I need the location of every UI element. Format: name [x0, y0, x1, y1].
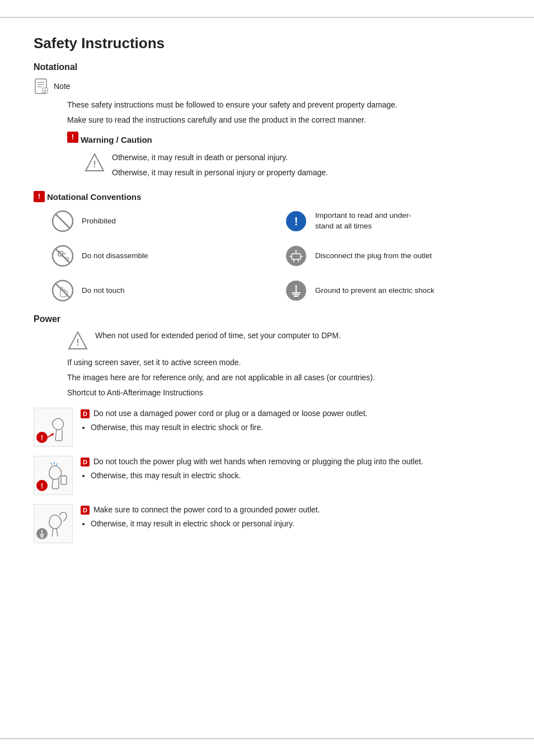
convention-disconnect: 6 Disconnect the plug from the outlet — [284, 244, 500, 268]
svg-rect-44 — [61, 476, 67, 484]
ground-icon — [284, 278, 308, 303]
warning-text1: Otherwise, it may result in death or per… — [112, 152, 500, 164]
warning-exclaim-icon: ! — [67, 132, 78, 143]
svg-text:!: ! — [294, 215, 298, 227]
ground-label: Ground to prevent an electric shock — [315, 286, 434, 296]
touch-label: Do not touch — [82, 286, 125, 296]
svg-text:!: ! — [41, 434, 43, 442]
power-item3-bullet: Otherwise, it may result in electric sho… — [91, 518, 500, 530]
disassemble-icon — [50, 244, 75, 268]
prohibited-label: Prohibited — [82, 216, 116, 227]
power-item-1: ! D Do not use a damaged power cord or p… — [34, 408, 500, 447]
power-text-block-2: D Do not touch the power plug with wet h… — [81, 456, 500, 483]
warning-caution-label: Warning / Caution — [81, 132, 152, 148]
convention-disassemble: Do not disassemble — [50, 244, 267, 268]
svg-line-42 — [57, 463, 58, 465]
power-item2-icon: D — [81, 458, 90, 466]
convention-ground: Ground to prevent an electric shock — [284, 278, 500, 303]
power-text2: If using screen saver, set it to active … — [67, 357, 500, 368]
svg-text:!: ! — [93, 160, 96, 169]
conventions-title-row: ! Notational Conventions — [34, 191, 500, 202]
note-row: Note — [34, 78, 500, 95]
power-item3-main: D Make sure to connect the power cord to… — [81, 504, 500, 516]
note-label: Note — [54, 82, 71, 91]
warning-triangle-icon: ! — [84, 152, 105, 173]
power-item1-bullet: Otherwise, this may result in electric s… — [91, 422, 500, 433]
notational-heading: Notational — [34, 62, 500, 72]
power-item-2: ! D Do not touch the power plug with w — [34, 456, 500, 495]
warning-text2: Otherwise, it may result in personal inj… — [112, 167, 500, 179]
svg-line-43 — [51, 463, 52, 465]
power-items: ! D Do not use a damaged power cord or p… — [34, 408, 500, 543]
power-item1-main: D Do not use a damaged power cord or plu… — [81, 408, 500, 419]
svg-text:!: ! — [41, 482, 43, 490]
power-item1-icon: D — [81, 409, 90, 418]
power-img-1: ! — [34, 408, 73, 447]
convention-important: ! Important to read and under-stand at a… — [284, 209, 500, 234]
disassemble-label: Do not disassemble — [82, 251, 148, 262]
power-item2-main: D Do not touch the power plug with wet h… — [81, 456, 500, 468]
power-text-block-1: D Do not use a damaged power cord or plu… — [81, 408, 500, 435]
conventions-exclaim-icon: ! — [34, 191, 45, 202]
conventions-grid: Prohibited ! Important to read and under… — [50, 209, 500, 303]
svg-line-10 — [55, 214, 70, 228]
conventions-title: Notational Conventions — [47, 192, 141, 202]
page-container: Safety Instructions Notational Note Thes… — [0, 17, 534, 739]
touch-icon — [50, 278, 75, 303]
important-icon: ! — [284, 209, 308, 234]
important-label: Important to read and under-stand at all… — [315, 211, 411, 232]
power-text1: When not used for extended period of tim… — [95, 330, 341, 342]
power-img-3 — [34, 504, 73, 543]
power-item3-icon: D — [81, 506, 90, 515]
disconnect-icon: 6 — [284, 244, 308, 268]
power-item2-bullet: Otherwise, this may result in electric s… — [91, 470, 500, 482]
power-heading: Power — [34, 314, 500, 324]
power-text3: The images here are for reference only, … — [67, 372, 500, 384]
power-item-3: D Make sure to connect the power cord to… — [34, 504, 500, 543]
page-title: Safety Instructions — [34, 35, 500, 52]
power-warning-icon: ! — [67, 330, 88, 351]
disconnect-label: Disconnect the plug from the outlet — [315, 251, 432, 262]
convention-prohibited: Prohibited — [50, 209, 267, 234]
note-icon — [34, 78, 50, 95]
convention-touch: Do not touch — [50, 278, 267, 303]
power-text4: Shortcut to Anti-Afterimage Instructions — [67, 387, 500, 399]
notational-body2: Make sure to read the instructions caref… — [67, 114, 500, 126]
notational-body1: These safety instructions must be follow… — [67, 99, 500, 111]
warning-caution-row: ! Warning / Caution — [67, 132, 500, 148]
power-img-2: ! — [34, 456, 73, 495]
prohibited-icon — [50, 209, 75, 234]
svg-text:!: ! — [76, 338, 79, 347]
power-text-block-3: D Make sure to connect the power cord to… — [81, 504, 500, 531]
